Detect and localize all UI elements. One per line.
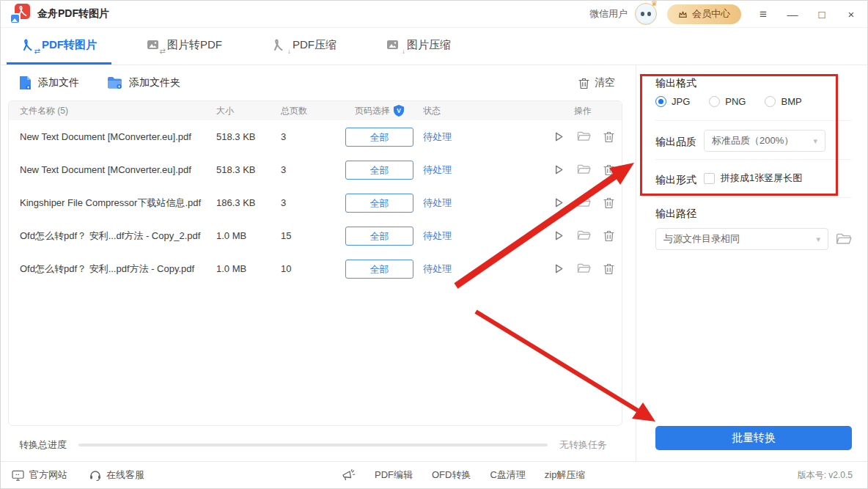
table-row: Kingshiper File Compressor下载站信息.pdf 186.… — [9, 186, 622, 219]
close-icon[interactable]: × — [845, 9, 857, 20]
footer-tools: PDF编辑 OFD转换 C盘清理 zip解压缩 — [342, 468, 585, 482]
vip-shield-icon: V — [394, 105, 404, 117]
official-site-link[interactable]: 官方网站 — [12, 468, 67, 482]
tab-pdf-to-image[interactable]: ⇄ PDF转图片 — [7, 28, 111, 65]
radio-bmp[interactable]: BMP — [765, 96, 801, 107]
file-pages: 10 — [281, 263, 338, 274]
output-path-select[interactable]: 与源文件目录相同 ▾ — [655, 228, 828, 250]
progress-status: 无转换任务 — [559, 438, 607, 452]
add-file-button[interactable]: 添加文件 — [19, 76, 79, 90]
delete-icon[interactable] — [603, 130, 614, 143]
add-folder-icon — [107, 76, 122, 89]
browse-folder-icon[interactable] — [836, 232, 852, 246]
page-select-button[interactable]: 全部 — [345, 128, 413, 147]
page-select-button[interactable]: 全部 — [345, 227, 413, 246]
delete-icon[interactable] — [603, 262, 614, 275]
clear-list-button[interactable]: 清空 — [578, 76, 615, 89]
ofd-convert-link[interactable]: OFD转换 — [432, 468, 471, 482]
c-drive-clean-link[interactable]: C盘清理 — [490, 468, 525, 482]
online-support-link[interactable]: 在线客服 — [89, 468, 144, 482]
play-icon[interactable] — [552, 229, 564, 242]
play-icon[interactable] — [552, 130, 564, 143]
delete-icon[interactable] — [603, 229, 614, 242]
progress-bar — [78, 444, 548, 446]
tab-bar: ⇄ PDF转图片 ⇄ 图片转PDF ↓ PDF压缩 ↓ 图片压缩 — [1, 28, 867, 65]
output-form-label: 输出形式 — [655, 174, 696, 187]
list-toolbar: 添加文件 添加文件夹 清空 — [1, 65, 636, 100]
output-quality-label: 输出品质 — [655, 136, 696, 149]
tab-pdf-compress[interactable]: ↓ PDF压缩 — [257, 28, 351, 65]
checkbox-unchecked[interactable] — [704, 173, 715, 184]
user-name-label: 微信用户 — [589, 7, 628, 21]
megaphone-icon — [342, 469, 356, 482]
image-compress-icon: ↓ — [386, 39, 400, 52]
file-name: Ofd怎么转pdf？ 安利...df方法 - Copy_2.pdf — [9, 229, 216, 243]
play-icon[interactable] — [552, 262, 564, 275]
open-folder-icon[interactable] — [577, 130, 591, 143]
trash-icon — [578, 77, 589, 89]
open-folder-icon[interactable] — [577, 229, 591, 242]
user-avatar[interactable]: ♛ — [635, 3, 657, 25]
open-folder-icon[interactable] — [577, 262, 591, 275]
app-identity: 金舟PDF转图片 — [10, 4, 109, 24]
tab-image-compress[interactable]: ↓ 图片压缩 — [372, 28, 466, 65]
chevron-down-icon: ▾ — [816, 235, 820, 244]
title-bar: 金舟PDF转图片 微信用户 ♛ 会员中心 ≡ — □ × — [1, 1, 867, 28]
pdf-edit-link[interactable]: PDF编辑 — [375, 468, 413, 482]
status-badge: 待处理 — [421, 229, 544, 243]
main-area: 添加文件 添加文件夹 清空 文件名称 (5) 大小 总页数 — [1, 65, 867, 461]
file-pages: 3 — [281, 164, 338, 175]
member-center-button[interactable]: 会员中心 — [667, 4, 741, 24]
crown-icon — [678, 10, 688, 18]
table-row: New Text Document [MConverter.eu].pdf 51… — [9, 120, 622, 153]
stitch-long-image-option[interactable]: 拼接成1张竖屏长图 — [704, 172, 802, 185]
header-page-select: 页码选择 V — [338, 105, 421, 117]
chevron-down-icon: ▾ — [813, 136, 817, 146]
play-icon[interactable] — [552, 163, 564, 176]
file-list-header: 文件名称 (5) 大小 总页数 页码选择 V 状态 操作 — [9, 101, 622, 120]
menu-icon[interactable]: ≡ — [757, 9, 769, 20]
radio-jpg[interactable]: JPG — [655, 96, 690, 107]
play-icon[interactable] — [552, 196, 564, 209]
tab-image-to-pdf[interactable]: ⇄ 图片转PDF — [132, 28, 237, 65]
zip-unzip-link[interactable]: zip解压缩 — [545, 468, 586, 482]
file-size: 1.0 MB — [216, 230, 281, 241]
file-size: 518.3 KB — [216, 164, 281, 175]
delete-icon[interactable] — [603, 196, 614, 209]
open-folder-icon[interactable] — [577, 196, 591, 209]
table-row: New Text Document [MConverter.eu].pdf 51… — [9, 153, 622, 186]
output-path-label: 输出路径 — [655, 207, 696, 221]
image-badge-icon — [10, 13, 21, 24]
add-folder-button[interactable]: 添加文件夹 — [107, 76, 180, 89]
pdf-compress-icon: ↓ — [272, 39, 285, 52]
open-folder-icon[interactable] — [577, 163, 591, 176]
maximize-icon[interactable]: □ — [816, 9, 828, 20]
header-pages: 总页数 — [281, 105, 338, 117]
radio-dot — [709, 96, 720, 107]
footer-bar: 官方网站 在线客服 PDF编辑 OFD转换 C盘清理 zip解压缩 版本号: v… — [1, 461, 867, 488]
status-badge: 待处理 — [421, 163, 544, 177]
minimize-icon[interactable]: — — [787, 9, 798, 20]
file-pages: 3 — [281, 197, 338, 208]
page-select-button[interactable]: 全部 — [345, 194, 413, 213]
progress-row: 转换总进度 无转换任务 — [1, 429, 636, 461]
header-action: 操作 — [544, 105, 622, 117]
delete-icon[interactable] — [603, 163, 614, 176]
progress-label: 转换总进度 — [19, 438, 67, 452]
app-title: 金舟PDF转图片 — [37, 7, 109, 21]
page-select-button[interactable]: 全部 — [345, 260, 413, 279]
page-select-button[interactable]: 全部 — [345, 161, 413, 180]
monitor-icon — [12, 470, 24, 481]
status-badge: 待处理 — [421, 130, 544, 144]
batch-convert-button[interactable]: 批量转换 — [655, 426, 852, 450]
file-list-panel: 添加文件 添加文件夹 清空 文件名称 (5) 大小 总页数 — [1, 65, 636, 461]
app-logo-icon — [10, 4, 30, 24]
file-size: 1.0 MB — [216, 263, 281, 274]
header-name: 文件名称 (5) — [9, 105, 216, 117]
svg-text:V: V — [397, 107, 401, 114]
status-badge: 待处理 — [421, 196, 544, 210]
quality-select[interactable]: 标准品质（200%） ▾ — [704, 130, 825, 152]
file-pages: 3 — [281, 131, 338, 142]
file-name: Ofd怎么转pdf？ 安利...pdf方法 - Copy.pdf — [9, 262, 216, 276]
radio-png[interactable]: PNG — [709, 96, 746, 107]
